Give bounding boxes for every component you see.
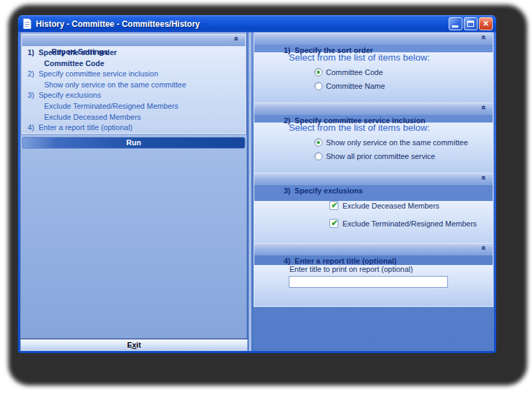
exit-label-prefix: E — [127, 341, 132, 349]
check-icon: ✔ — [330, 200, 339, 210]
report-settings-header[interactable]: Report Settings « — [22, 34, 245, 46]
close-button[interactable]: ✕ — [479, 17, 493, 30]
settings-summary-list: 1) Specify the sort order Committee Code… — [22, 46, 245, 134]
section-report-title-body: Enter title to print on report (optional… — [254, 265, 493, 306]
section-exclusions: 3) Specify exclusions « ✔ Exclude Deceas… — [254, 173, 493, 254]
maximize-icon — [467, 21, 474, 27]
document-icon — [23, 19, 32, 29]
chevron-double-up-icon[interactable]: « — [232, 36, 241, 45]
radio-selected-icon[interactable] — [314, 68, 323, 76]
checkbox-option-exclude-deceased[interactable]: ✔ Exclude Deceased Members — [329, 201, 493, 210]
summary-item-report-title[interactable]: 4) Enter a report title (optional) — [22, 123, 245, 134]
report-settings-panel: Report Settings « 1) Specify the sort or… — [21, 32, 247, 351]
run-button[interactable]: Run — [22, 137, 245, 149]
report-title-input[interactable] — [289, 276, 448, 288]
section-exclusions-header-label: 3) Specify exclusions — [284, 187, 363, 195]
checkbox-label: Exclude Terminated/Resigned Members — [342, 220, 477, 228]
summary-item-service-inclusion[interactable]: 2) Specify committee service inclusion — [22, 69, 245, 80]
section-sort-order-header[interactable]: 1) Specify the sort order « — [254, 33, 493, 45]
summary-item-exclusions[interactable]: 3) Specify exclusions — [22, 90, 245, 101]
minimize-button[interactable] — [449, 17, 462, 30]
radio-label: Show all prior committee service — [326, 152, 435, 160]
section-report-title: 4) Enter a report title (optional) « Ent… — [254, 243, 493, 307]
titlebar[interactable]: History - Committee - Committees/History… — [18, 15, 496, 32]
section-report-title-header[interactable]: 4) Enter a report title (optional) « — [254, 244, 493, 255]
window-controls: ✕ — [449, 17, 493, 30]
section-service-inclusion-body: Select from the list of items below: Sho… — [254, 123, 493, 175]
section-report-title-header-label: 4) Enter a report title (optional) — [284, 257, 397, 265]
radio-option-committee-name[interactable]: Committee Name — [314, 82, 493, 90]
section-exclusions-header[interactable]: 3) Specify exclusions « — [254, 173, 493, 185]
summary-value-exclude-deceased[interactable]: Exclude Deceased Members — [22, 112, 245, 123]
report-settings-header-label: Report Settings — [52, 47, 108, 56]
summary-value-committee-code[interactable]: Committee Code — [22, 59, 245, 70]
checkbox-option-exclude-terminated[interactable]: ✔ Exclude Terminated/Resigned Members — [329, 219, 493, 228]
checkbox-label: Exclude Deceased Members — [342, 202, 440, 210]
window-body: Report Settings « 1) Specify the sort or… — [20, 32, 494, 351]
report-dialog-window: History - Committee - Committees/History… — [18, 15, 496, 353]
section-service-inclusion-header[interactable]: 2) Specify committee service inclusion « — [254, 103, 493, 115]
minimize-icon — [452, 25, 458, 28]
radio-option-all-prior-service[interactable]: Show all prior committee service — [314, 152, 493, 160]
exit-label-suffix: it — [136, 341, 141, 349]
chevron-double-up-icon[interactable]: « — [480, 105, 488, 114]
section-sort-order-header-label: 1) Specify the sort order — [284, 46, 374, 54]
panel-splitter[interactable] — [249, 32, 252, 351]
screen: History - Committee - Committees/History… — [0, 0, 532, 393]
options-panel: 1) Specify the sort order « Select from … — [254, 32, 494, 351]
summary-value-exclude-terminated[interactable]: Exclude Terminated/Resigned Members — [22, 101, 245, 112]
radio-option-same-committee[interactable]: Show only service on the same committee — [314, 138, 493, 147]
radio-selected-icon[interactable] — [314, 138, 323, 147]
radio-label: Show only service on the same committee — [326, 138, 468, 147]
close-icon: ✕ — [480, 18, 492, 30]
radio-option-committee-code[interactable]: Committee Code — [314, 68, 493, 76]
checkbox-checked-icon[interactable]: ✔ — [329, 219, 338, 228]
radio-label: Committee Name — [326, 82, 385, 90]
section-sort-order-body: Select from the list of items below: Com… — [254, 52, 493, 105]
section-service-inclusion: 2) Specify committee service inclusion «… — [254, 103, 493, 176]
chevron-double-up-icon[interactable]: « — [480, 176, 488, 184]
maximize-button[interactable] — [464, 17, 478, 30]
report-settings-box: Report Settings « 1) Specify the sort or… — [21, 34, 246, 134]
chevron-double-up-icon[interactable]: « — [480, 35, 488, 43]
section-sort-order: 1) Specify the sort order « Select from … — [254, 32, 493, 105]
radio-label: Committee Code — [326, 68, 383, 76]
section-service-inclusion-header-label: 2) Specify committee service inclusion — [284, 116, 425, 125]
summary-value-same-committee[interactable]: Show only service on the same committee — [22, 80, 245, 91]
chevron-double-up-icon[interactable]: « — [480, 246, 488, 254]
radio-unselected-icon[interactable] — [314, 152, 323, 160]
window-title: History - Committee - Committees/History — [36, 19, 449, 29]
checkbox-checked-icon[interactable]: ✔ — [329, 201, 338, 210]
radio-unselected-icon[interactable] — [314, 82, 323, 90]
check-icon: ✔ — [330, 218, 339, 228]
exit-button[interactable]: Exit — [21, 339, 247, 351]
